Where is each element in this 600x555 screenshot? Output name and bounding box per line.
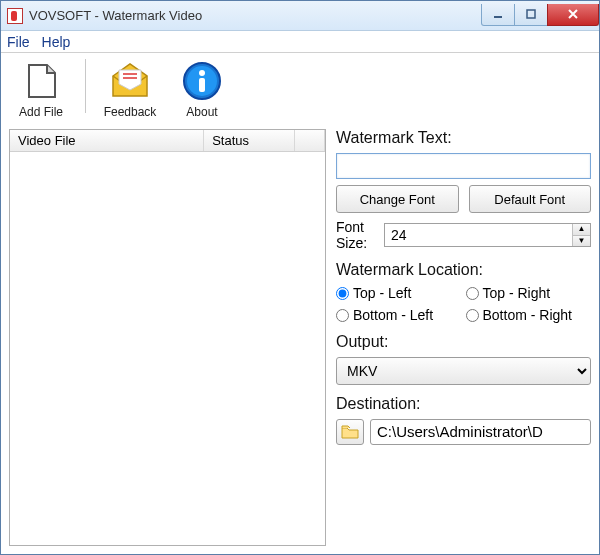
radio-top-left-label: Top - Left: [353, 285, 411, 301]
radio-top-right-input[interactable]: [466, 287, 479, 300]
window-title: VOVSOFT - Watermark Video: [29, 8, 202, 23]
maximize-button[interactable]: [514, 4, 548, 26]
toolbar-add-file[interactable]: Add File: [11, 59, 71, 119]
radio-top-right[interactable]: Top - Right: [466, 285, 592, 301]
output-label: Output:: [336, 333, 591, 351]
feedback-icon: [108, 59, 152, 103]
watermark-location-label: Watermark Location:: [336, 261, 591, 279]
svg-rect-5: [199, 78, 205, 92]
destination-row: C:\Users\Administrator\D: [336, 419, 591, 445]
font-size-row: Font Size: ▲ ▼: [336, 219, 591, 251]
destination-label: Destination:: [336, 395, 591, 413]
font-buttons-row: Change Font Default Font: [336, 185, 591, 213]
toolbar-feedback[interactable]: Feedback: [100, 59, 160, 119]
window-controls: [482, 4, 599, 26]
font-size-input[interactable]: [385, 224, 572, 246]
maximize-icon: [525, 8, 537, 20]
minimize-button[interactable]: [481, 4, 515, 26]
menu-help[interactable]: Help: [42, 34, 71, 50]
content-area: Video File Status Watermark Text: Change…: [1, 123, 599, 554]
titlebar: VOVSOFT - Watermark Video: [1, 1, 599, 31]
svg-point-4: [199, 70, 205, 76]
menu-file[interactable]: File: [7, 34, 30, 50]
svg-rect-0: [494, 16, 502, 18]
app-window: VOVSOFT - Watermark Video File Help: [0, 0, 600, 555]
radio-top-left-input[interactable]: [336, 287, 349, 300]
location-radio-group: Top - Left Top - Right Bottom - Left Bot…: [336, 285, 591, 323]
toolbar-about-label: About: [172, 105, 232, 119]
toolbar-separator: [85, 59, 86, 113]
settings-panel: Watermark Text: Change Font Default Font…: [336, 129, 591, 546]
watermark-text-input[interactable]: [336, 153, 591, 179]
destination-path[interactable]: C:\Users\Administrator\D: [370, 419, 591, 445]
file-list[interactable]: Video File Status: [9, 129, 326, 546]
toolbar-about[interactable]: About: [172, 59, 232, 119]
change-font-button[interactable]: Change Font: [336, 185, 459, 213]
column-status[interactable]: Status: [204, 130, 295, 151]
close-icon: [566, 7, 580, 21]
font-size-spinner[interactable]: ▲ ▼: [384, 223, 591, 247]
spinner-down[interactable]: ▼: [573, 236, 590, 247]
column-spacer: [295, 130, 325, 151]
close-button[interactable]: [547, 4, 599, 26]
add-file-icon: [19, 59, 63, 103]
spinner-arrows: ▲ ▼: [572, 224, 590, 246]
column-video-file[interactable]: Video File: [10, 130, 204, 151]
menubar: File Help: [1, 31, 599, 53]
toolbar-feedback-label: Feedback: [100, 105, 160, 119]
output-select[interactable]: MKV: [336, 357, 591, 385]
radio-bottom-right-label: Bottom - Right: [483, 307, 572, 323]
svg-rect-1: [527, 10, 535, 18]
radio-bottom-left-label: Bottom - Left: [353, 307, 433, 323]
radio-bottom-right-input[interactable]: [466, 309, 479, 322]
toolbar: Add File Feedback: [1, 53, 599, 123]
spinner-up[interactable]: ▲: [573, 224, 590, 236]
radio-bottom-left[interactable]: Bottom - Left: [336, 307, 462, 323]
browse-folder-button[interactable]: [336, 419, 364, 445]
radio-bottom-right[interactable]: Bottom - Right: [466, 307, 592, 323]
watermark-text-label: Watermark Text:: [336, 129, 591, 147]
about-icon: [180, 59, 224, 103]
radio-top-right-label: Top - Right: [483, 285, 551, 301]
app-icon: [7, 8, 23, 24]
file-list-header: Video File Status: [10, 130, 325, 152]
radio-bottom-left-input[interactable]: [336, 309, 349, 322]
default-font-button[interactable]: Default Font: [469, 185, 592, 213]
radio-top-left[interactable]: Top - Left: [336, 285, 462, 301]
minimize-icon: [492, 8, 504, 20]
file-list-body[interactable]: [10, 152, 325, 545]
folder-icon: [341, 425, 359, 439]
font-size-label: Font Size:: [336, 219, 378, 251]
toolbar-add-file-label: Add File: [11, 105, 71, 119]
